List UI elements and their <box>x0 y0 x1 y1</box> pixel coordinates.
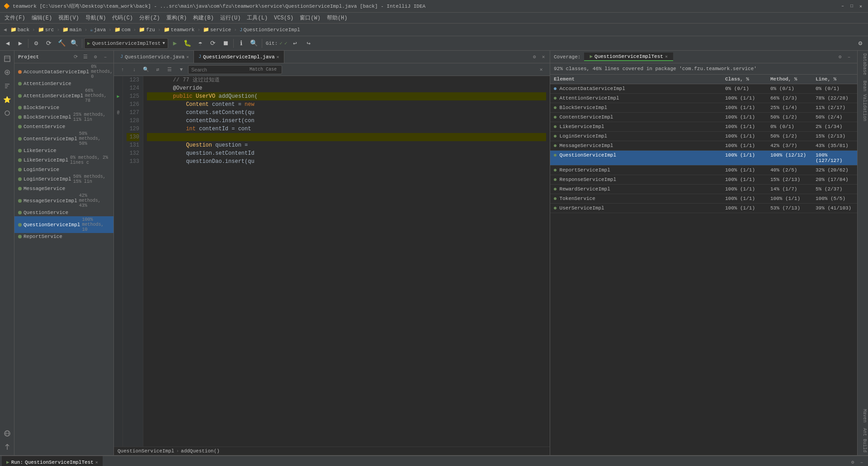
navigate-down-btn[interactable]: ↓ <box>129 65 139 75</box>
breadcrumb-back[interactable]: 📁 back <box>9 26 31 33</box>
coverage-tab-close[interactable]: ✕ <box>665 54 668 59</box>
col-method[interactable]: Method, % <box>767 75 812 84</box>
list-item[interactable]: BlockService <box>14 104 113 111</box>
list-item[interactable]: LikeService <box>14 147 113 154</box>
toolbar-btn-5[interactable]: ⟳ <box>207 38 219 49</box>
minimize-button[interactable]: – <box>839 3 846 10</box>
list-item[interactable]: BlockServiceImpl 25% methods, 11% lin <box>14 111 113 123</box>
breadcrumb-service[interactable]: 📁 service <box>201 26 233 33</box>
list-item[interactable]: ReportService <box>14 233 113 240</box>
git-undo[interactable]: ↩ <box>289 38 301 49</box>
tab-run[interactable]: ▶ Run: QuestionServiceImplTest ✕ <box>2 456 103 466</box>
search-input[interactable] <box>191 67 245 72</box>
sidebar-icon-5[interactable] <box>1 107 14 119</box>
list-item[interactable]: ContentService <box>14 123 113 130</box>
breadcrumb-java[interactable]: ☕ java <box>88 26 108 33</box>
toolbar-btn-2[interactable]: ⟳ <box>43 38 55 49</box>
toolbar-btn-back[interactable]: ◀ <box>2 38 14 49</box>
breadcrumb-fzu[interactable]: 📁 fzu <box>137 26 157 33</box>
menu-file[interactable]: 文件(F) <box>2 13 28 23</box>
sidebar-project-icon[interactable] <box>1 52 14 65</box>
project-gear-icon[interactable]: ⚙ <box>91 52 100 62</box>
sidebar-icon-4[interactable]: ⭐ <box>1 93 14 106</box>
find-btn[interactable]: 🔍 <box>141 65 151 75</box>
run-tab-close[interactable]: ✕ <box>95 460 98 465</box>
breadcrumb-main[interactable]: 📁 main <box>61 26 83 33</box>
tab-question-service[interactable]: J QuestionService.java ✕ <box>116 51 194 63</box>
breadcrumb-src[interactable]: 📁 src <box>36 26 56 33</box>
maven-label[interactable]: Maven <box>858 406 868 425</box>
debug-button[interactable]: 🐛 <box>182 38 193 49</box>
menu-tools[interactable]: 工具(L) <box>244 13 270 23</box>
col-element[interactable]: Element <box>550 75 722 84</box>
breadcrumb-method-label[interactable]: addQuestion() <box>181 448 220 454</box>
menu-window[interactable]: 窗口(W) <box>297 13 323 23</box>
cov-row-7[interactable]: QuestionServiceImpl 100% (1/1) 100% (12/… <box>550 151 857 166</box>
cov-row-9[interactable]: ResponseServiceImpl 100% (1/1) 15% (2/13… <box>550 175 857 185</box>
list-item[interactable]: AttentionServiceImpl 66% methods, 78 <box>14 87 113 104</box>
menu-help[interactable]: 帮助(H) <box>324 13 350 23</box>
coverage-tab-header[interactable]: ▶ QuestionServiceImplTest ✕ <box>584 52 673 61</box>
sidebar-structure-icon[interactable] <box>1 441 14 453</box>
git-redo[interactable]: ↪ <box>303 38 315 49</box>
navigate-up-btn[interactable]: ↑ <box>118 65 127 75</box>
cov-row-1[interactable]: AttentionServiceImpl 100% (1/1) 66% (2/3… <box>550 94 857 103</box>
toolbar-btn-forward[interactable]: ▶ <box>14 38 26 49</box>
toolbar-btn-3[interactable]: 🔨 <box>56 38 67 49</box>
coverage-settings-icon[interactable]: ⚙ <box>835 52 844 62</box>
sidebar-icon-2[interactable] <box>1 66 14 79</box>
cov-row-0[interactable]: AccountDataServiceImpl 0% (0/1) 0% (0/1)… <box>550 84 857 94</box>
list-item[interactable]: LoginServiceImpl 50% methods, 15% lin <box>14 173 113 185</box>
nav-back-button[interactable]: ◀ <box>4 27 7 33</box>
bottom-minimize-icon[interactable]: – <box>857 458 866 466</box>
list-item[interactable]: LoginService <box>14 166 113 173</box>
menu-vcs[interactable]: VCS(S) <box>271 14 296 22</box>
cov-row-12[interactable]: UserServiceImpl 100% (1/1) 53% (7/13) 39… <box>550 204 857 213</box>
cov-row-5[interactable]: LoginServiceImpl 100% (1/1) 50% (1/2) 15… <box>550 132 857 141</box>
git-check-1[interactable]: ✓ <box>279 40 283 46</box>
toolbar-settings[interactable]: ⚙ <box>854 38 866 49</box>
code-content[interactable]: // 77 这过过知道 @Override public UserVO addQ… <box>143 76 550 447</box>
cov-row-8[interactable]: ReportServiceImpl 100% (1/1) 40% (2/5) 3… <box>550 166 857 175</box>
cov-row-6[interactable]: MessageServiceImpl 100% (1/1) 42% (3/7) … <box>550 141 857 151</box>
list-item[interactable]: QuestionServiceImpl 100% methods, 10 <box>14 216 113 233</box>
coverage-close-icon[interactable]: – <box>844 52 854 62</box>
cov-row-10[interactable]: RewardServiceImpl 100% (1/1) 14% (1/7) 5… <box>550 185 857 194</box>
menu-run[interactable]: 运行(U) <box>217 13 244 23</box>
breadcrumb-file[interactable]: J QuestionServiceImpl <box>238 26 302 33</box>
breadcrumb-com[interactable]: 📁 com <box>113 26 132 33</box>
list-item[interactable]: AccountDataServiceImpl 0% methods, 0 <box>14 63 113 80</box>
toolbar-btn-1[interactable]: ⚙ <box>30 38 42 49</box>
compare-btn[interactable]: ⇄ <box>153 65 163 75</box>
toolbar-btn-6[interactable]: ⏹ <box>220 38 231 49</box>
list-item[interactable]: ContentServiceImpl 50% methods, 50% <box>14 130 113 147</box>
structure-btn[interactable]: ☰ <box>165 65 175 75</box>
tab-close-1[interactable]: ✕ <box>186 54 189 60</box>
run-config-selector[interactable]: ▶ QuestionServiceImplTest ▼ <box>84 38 168 49</box>
cov-row-11[interactable]: TokenService 100% (1/1) 100% (1/1) 100% … <box>550 194 857 204</box>
run-button[interactable]: ▶ <box>169 38 181 49</box>
menu-code[interactable]: 代码(C) <box>109 13 136 23</box>
match-case-btn[interactable]: Match Case <box>247 66 279 73</box>
menu-view[interactable]: 视图(V) <box>56 13 82 23</box>
cov-row-4[interactable]: LikeServiceImpl 100% (1/1) 0% (0/1) 2% (… <box>550 122 857 132</box>
bottom-settings-icon[interactable]: ⚙ <box>848 458 857 466</box>
list-item[interactable]: MessageService <box>14 185 113 192</box>
coverage-button[interactable]: ☂ <box>194 38 206 49</box>
list-item[interactable]: AttentionService <box>14 80 113 87</box>
bean-validation-label[interactable]: Bean Validation <box>858 78 868 124</box>
database-label[interactable]: Database <box>858 51 868 78</box>
close-button[interactable]: ✕ <box>857 3 864 10</box>
cov-row-3[interactable]: ContentServiceImpl 100% (1/1) 50% (1/2) … <box>550 113 857 122</box>
breadcrumb-teamwork[interactable]: 📁 teamwork <box>162 26 197 33</box>
git-check-2[interactable]: ✓ <box>284 40 288 46</box>
col-line[interactable]: Line, % <box>812 75 857 84</box>
project-sync-icon[interactable]: ⟳ <box>71 52 80 62</box>
editor-settings-icon[interactable]: ⚙ <box>530 52 539 62</box>
maximize-button[interactable]: □ <box>848 3 855 10</box>
tab-close-2[interactable]: ✕ <box>277 54 279 60</box>
menu-build[interactable]: 构建(B) <box>190 13 217 23</box>
editor-hide-icon[interactable]: ✕ <box>539 52 548 62</box>
project-settings-icon[interactable]: ☰ <box>81 52 90 62</box>
list-item[interactable]: QuestionService <box>14 209 113 216</box>
